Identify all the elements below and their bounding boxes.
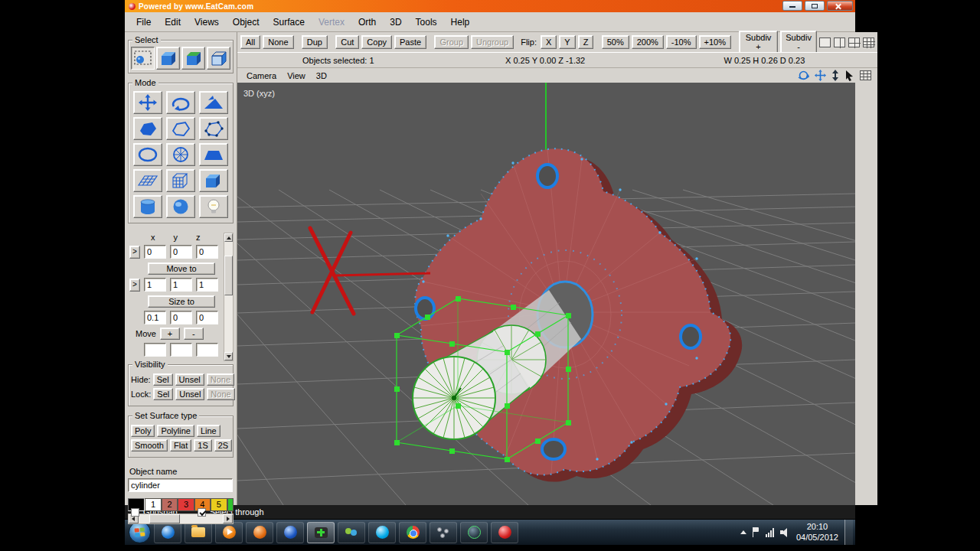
size-x-input[interactable] (144, 278, 166, 292)
bolt-hole-right[interactable] (681, 325, 701, 348)
minimize-button[interactable] (782, 1, 802, 11)
scale-tool-button[interactable] (199, 91, 228, 114)
menu-object[interactable]: Object (226, 14, 266, 31)
select-object-tool-button[interactable] (156, 47, 180, 70)
copy-button[interactable]: Copy (361, 35, 392, 49)
palette-cell-6[interactable] (227, 498, 234, 511)
zoom-icon[interactable] (831, 70, 839, 81)
flip-x-button[interactable]: X (541, 35, 557, 49)
menu-tools[interactable]: Tools (409, 14, 444, 31)
select-edge-tool-button[interactable] (207, 47, 230, 70)
select-none-button[interactable]: None (263, 35, 293, 49)
fill-polygon-tool-button[interactable] (133, 117, 162, 140)
move-tool-button[interactable] (133, 91, 162, 114)
palette-scrollbar[interactable] (128, 514, 234, 524)
scrollbar-thumb[interactable] (224, 256, 233, 295)
line-button[interactable]: Line (197, 425, 220, 437)
menu-views[interactable]: Views (188, 14, 226, 31)
subdivide-plus-button[interactable]: Subdiv + (739, 31, 778, 54)
size-to-button[interactable]: Size to (148, 295, 215, 308)
menu-3d[interactable]: 3D (383, 14, 408, 31)
mini-grid-icon[interactable] (860, 70, 871, 80)
menu-help[interactable]: Help (444, 14, 477, 31)
select-through-checkbox[interactable] (198, 508, 206, 517)
view-menu[interactable]: View (283, 70, 310, 82)
action-center-icon[interactable] (753, 527, 760, 537)
hide-unsel-button[interactable]: Unsel (175, 373, 204, 386)
move-apply-button[interactable]: > (129, 246, 140, 259)
grid-view-icon[interactable] (863, 37, 874, 47)
cylinder-tool-button[interactable] (133, 195, 162, 218)
scene-3d[interactable] (237, 83, 855, 505)
flat-button[interactable]: Flat (170, 439, 191, 452)
one-side-button[interactable]: 1S (194, 439, 211, 452)
zoom-minus-button[interactable]: -10% (666, 35, 697, 49)
rotate-tool-button[interactable] (166, 91, 195, 114)
taskbar-ie-button[interactable] (154, 522, 181, 543)
palette-scroll-thumb[interactable] (149, 514, 180, 523)
coordinate-scrollbar[interactable] (224, 233, 234, 361)
split-view-icon[interactable] (834, 37, 845, 47)
pan-icon[interactable] (815, 70, 826, 81)
step-x-input[interactable] (144, 311, 166, 324)
scroll-right-button[interactable] (223, 514, 233, 523)
size-apply-button[interactable]: > (129, 279, 140, 292)
polyline-button[interactable]: Polyline (157, 425, 194, 437)
taskbar-skype-button[interactable] (368, 522, 396, 543)
menu-surface[interactable]: Surface (266, 14, 312, 31)
menu-orth[interactable]: Orth (351, 14, 383, 31)
paste-button[interactable]: Paste (394, 35, 426, 49)
move-y-input[interactable] (170, 245, 192, 259)
taskbar-dark-app-button[interactable] (460, 522, 488, 543)
extra-z-input[interactable] (196, 343, 218, 357)
taskbar-molecule-app-button[interactable] (430, 522, 457, 543)
taskbar-media-player-button[interactable] (215, 522, 243, 543)
3d-menu[interactable]: 3D (312, 70, 332, 82)
zoom-50-button[interactable]: 50% (602, 35, 629, 49)
camera-menu[interactable]: Camera (242, 70, 281, 82)
object-name-input[interactable] (128, 478, 233, 492)
wire-cube-tool-button[interactable] (166, 169, 195, 192)
move-to-button[interactable]: Move to (148, 262, 215, 275)
plane-tool-button[interactable] (133, 169, 162, 192)
show-desktop-button[interactable] (844, 520, 853, 545)
point-polygon-tool-button[interactable] (199, 117, 228, 140)
sphere-tool-button[interactable] (166, 195, 195, 218)
quad-view-icon[interactable] (848, 37, 860, 47)
scroll-down-button[interactable] (224, 352, 233, 360)
taskbar-messenger-button[interactable] (338, 522, 365, 543)
taskbar-eatcam-button[interactable] (307, 522, 335, 543)
poly-button[interactable]: Poly (131, 425, 155, 437)
trapezoid-tool-button[interactable] (199, 143, 228, 166)
move-z-input[interactable] (196, 245, 218, 259)
duplicate-button[interactable]: Dup (302, 35, 328, 49)
bolt-hole-top[interactable] (537, 165, 557, 187)
tray-expand-icon[interactable] (740, 530, 746, 534)
solid-cube-tool-button[interactable] (199, 169, 228, 192)
extra-x-input[interactable] (144, 343, 166, 357)
orbit-icon[interactable] (798, 70, 809, 81)
ellipse-tool-button[interactable] (133, 143, 162, 166)
zoom-200-button[interactable]: 200% (632, 35, 664, 49)
taskbar-red-app-button[interactable] (491, 522, 518, 543)
taskbar-blue-app-button[interactable] (276, 522, 304, 543)
drag-select-tool-button[interactable] (131, 47, 155, 70)
pointer-icon[interactable] (844, 70, 854, 81)
size-z-input[interactable] (196, 278, 218, 292)
taskbar-clock[interactable]: 20:10 04/05/2012 (796, 522, 838, 543)
network-icon[interactable] (766, 528, 774, 537)
select-face-tool-button[interactable] (181, 47, 205, 70)
lock-sel-button[interactable]: Sel (153, 388, 173, 400)
close-button[interactable] (827, 1, 853, 11)
lock-unsel-button[interactable]: Unsel (175, 388, 204, 400)
single-view-icon[interactable] (819, 37, 831, 47)
palette-cell-1[interactable]: 1 (145, 498, 161, 511)
flip-z-button[interactable]: Z (578, 35, 594, 49)
menu-edit[interactable]: Edit (158, 14, 188, 31)
step-z-input[interactable] (196, 311, 218, 324)
taskbar-explorer-button[interactable] (185, 522, 212, 543)
menu-file[interactable]: File (129, 14, 158, 31)
smooth-button[interactable]: Smooth (131, 439, 168, 452)
gridsnap-checkbox[interactable] (131, 508, 139, 517)
taskbar-chrome-button[interactable] (399, 522, 426, 543)
